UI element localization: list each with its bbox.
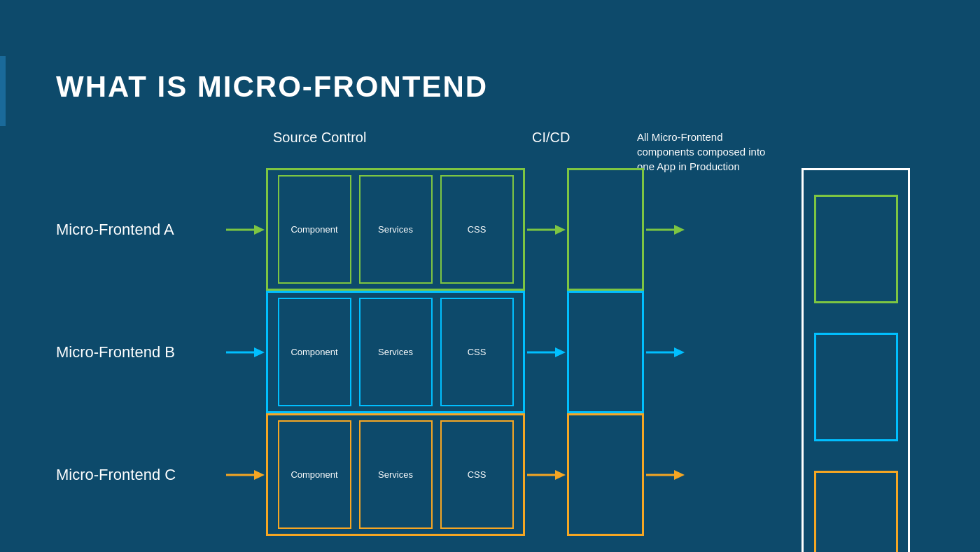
svg-marker-17 bbox=[674, 470, 685, 480]
row-c-label: Micro-Frontend C bbox=[56, 466, 224, 484]
row-c: Micro-Frontend C Component Services CSS bbox=[56, 413, 924, 536]
svg-marker-15 bbox=[555, 470, 566, 480]
arrow-c-cicd bbox=[525, 467, 567, 483]
cell-b-component: Component bbox=[278, 298, 351, 406]
prod-cell-c bbox=[814, 471, 898, 552]
diagram-area: Source Control CI/CD All Micro-Frontend … bbox=[56, 130, 924, 524]
cell-a-component: Component bbox=[278, 175, 351, 284]
source-box-c: Component Services CSS bbox=[266, 413, 525, 536]
row-a: Micro-Frontend A Component Services CSS bbox=[56, 168, 924, 291]
page-title: WHAT IS MICRO-FRONTEND bbox=[56, 70, 488, 104]
arrow-c-source bbox=[224, 467, 266, 483]
production-box bbox=[802, 168, 910, 552]
source-box-b: Component Services CSS bbox=[266, 291, 525, 413]
svg-marker-5 bbox=[674, 225, 685, 235]
arrow-b-source bbox=[224, 344, 266, 361]
cell-b-services: Services bbox=[359, 298, 433, 406]
cicd-box-b bbox=[567, 291, 644, 413]
row-a-label: Micro-Frontend A bbox=[56, 221, 224, 239]
arrow-b-cicd bbox=[525, 344, 567, 361]
cell-a-services: Services bbox=[359, 175, 433, 284]
slide-accent bbox=[0, 56, 6, 126]
svg-marker-3 bbox=[555, 225, 566, 235]
cicd-box-c bbox=[567, 413, 644, 536]
note-header: All Micro-Frontend components composed i… bbox=[637, 130, 777, 174]
arrow-a-prod bbox=[644, 221, 686, 238]
svg-marker-13 bbox=[254, 470, 265, 480]
cell-c-component: Component bbox=[278, 420, 351, 529]
arrow-b-prod bbox=[644, 344, 686, 361]
prod-cell-b bbox=[814, 333, 898, 441]
row-b: Micro-Frontend B Component Services CSS bbox=[56, 291, 924, 413]
svg-marker-7 bbox=[254, 347, 265, 357]
svg-marker-1 bbox=[254, 225, 265, 235]
cicd-header: CI/CD bbox=[532, 130, 570, 146]
source-box-a: Component Services CSS bbox=[266, 168, 525, 291]
row-b-label: Micro-Frontend B bbox=[56, 343, 224, 361]
cicd-box-a bbox=[567, 168, 644, 291]
arrow-a-cicd bbox=[525, 221, 567, 238]
cell-b-css: CSS bbox=[440, 298, 514, 406]
prod-cell-a bbox=[814, 195, 898, 303]
cell-c-services: Services bbox=[359, 420, 433, 529]
svg-marker-9 bbox=[555, 347, 566, 357]
arrow-c-prod bbox=[644, 467, 686, 483]
source-control-header: Source Control bbox=[273, 130, 366, 146]
cell-a-css: CSS bbox=[440, 175, 514, 284]
svg-marker-11 bbox=[674, 347, 685, 357]
cell-c-css: CSS bbox=[440, 420, 514, 529]
arrow-a-source bbox=[224, 221, 266, 238]
